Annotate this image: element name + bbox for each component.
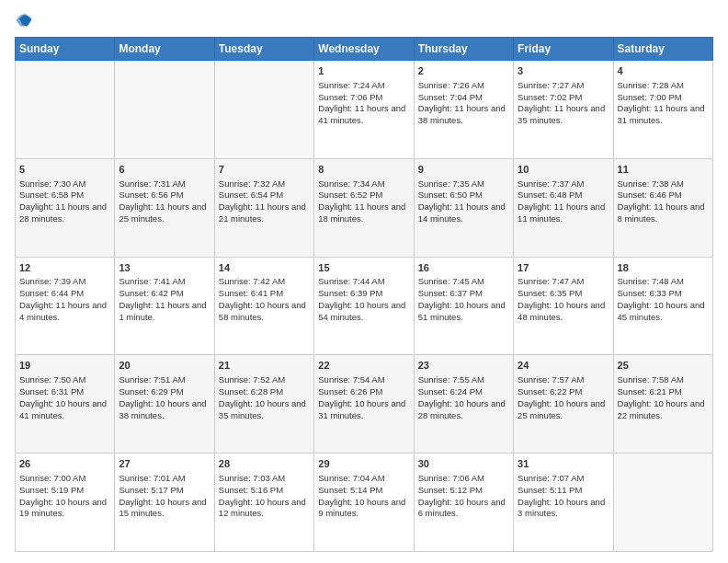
day-number: 10 (518, 163, 609, 177)
day-number: 4 (618, 64, 709, 78)
day-info-line: Daylight: 11 hours and 14 minutes. (418, 201, 509, 225)
day-info-line: Sunrise: 7:07 AM (518, 473, 609, 485)
day-info-line: Sunrise: 7:28 AM (618, 80, 709, 92)
day-info-line: Daylight: 11 hours and 25 minutes. (119, 201, 210, 225)
day-info-line: Sunset: 6:39 PM (318, 288, 409, 300)
day-number: 21 (219, 359, 310, 373)
calendar-week-row: 19Sunrise: 7:50 AMSunset: 6:31 PMDayligh… (16, 355, 713, 454)
calendar-cell: 16Sunrise: 7:45 AMSunset: 6:37 PMDayligh… (414, 257, 513, 355)
calendar-cell: 30Sunrise: 7:06 AMSunset: 5:12 PMDayligh… (414, 454, 513, 552)
calendar-cell: 1Sunrise: 7:24 AMSunset: 7:06 PMDaylight… (314, 61, 414, 159)
calendar-cell: 10Sunrise: 7:37 AMSunset: 6:48 PMDayligh… (514, 158, 613, 257)
day-number: 29 (318, 457, 409, 471)
day-info-line: Sunrise: 7:52 AM (219, 374, 310, 386)
day-number: 20 (119, 359, 210, 373)
day-info-line: Sunrise: 7:44 AM (318, 276, 409, 288)
day-info-line: Daylight: 11 hours and 28 minutes. (19, 201, 110, 225)
calendar-cell: 17Sunrise: 7:47 AMSunset: 6:35 PMDayligh… (514, 257, 613, 355)
day-number: 24 (518, 359, 609, 373)
day-info-line: Sunset: 6:37 PM (418, 288, 509, 300)
day-info-line: Sunrise: 7:45 AM (418, 276, 509, 288)
calendar-cell: 15Sunrise: 7:44 AMSunset: 6:39 PMDayligh… (314, 257, 414, 355)
day-number: 28 (219, 457, 310, 471)
day-info-line: Daylight: 10 hours and 58 minutes. (219, 300, 310, 324)
calendar-header-row: SundayMondayTuesdayWednesdayThursdayFrid… (16, 38, 713, 61)
day-info-line: Sunset: 6:42 PM (119, 288, 210, 300)
day-info-line: Sunset: 6:24 PM (418, 386, 509, 398)
day-info-line: Daylight: 10 hours and 22 minutes. (618, 398, 709, 422)
day-info-line: Sunrise: 7:55 AM (418, 374, 509, 386)
calendar-cell: 31Sunrise: 7:07 AMSunset: 5:11 PMDayligh… (514, 454, 613, 552)
logo (15, 11, 37, 29)
day-info-line: Daylight: 10 hours and 41 minutes. (19, 398, 110, 422)
day-info-line: Sunset: 5:16 PM (219, 485, 310, 497)
day-info-line: Sunset: 5:19 PM (19, 485, 110, 497)
day-number: 14 (219, 261, 310, 275)
calendar-cell: 2Sunrise: 7:26 AMSunset: 7:04 PMDaylight… (414, 61, 513, 159)
day-info-line: Sunset: 5:14 PM (318, 485, 409, 497)
day-info-line: Daylight: 11 hours and 18 minutes. (318, 201, 409, 225)
page-header (15, 11, 713, 29)
day-info-line: Daylight: 10 hours and 31 minutes. (318, 398, 409, 422)
day-info-line: Sunrise: 7:39 AM (19, 276, 110, 288)
day-info-line: Sunrise: 7:35 AM (418, 178, 509, 190)
calendar-week-row: 12Sunrise: 7:39 AMSunset: 6:44 PMDayligh… (16, 257, 713, 355)
col-header-sunday: Sunday (16, 38, 115, 61)
calendar-cell: 3Sunrise: 7:27 AMSunset: 7:02 PMDaylight… (514, 61, 613, 159)
day-number: 30 (418, 457, 509, 471)
day-info-line: Sunset: 6:22 PM (518, 386, 609, 398)
calendar-cell: 24Sunrise: 7:57 AMSunset: 6:22 PMDayligh… (514, 355, 613, 454)
logo-icon (15, 11, 33, 29)
calendar-cell: 14Sunrise: 7:42 AMSunset: 6:41 PMDayligh… (214, 257, 313, 355)
day-info-line: Daylight: 11 hours and 31 minutes. (618, 103, 709, 127)
day-info-line: Daylight: 10 hours and 45 minutes. (618, 300, 709, 324)
day-info-line: Daylight: 10 hours and 35 minutes. (219, 398, 310, 422)
day-number: 22 (318, 359, 409, 373)
day-info-line: Daylight: 11 hours and 35 minutes. (518, 103, 609, 127)
day-info-line: Sunset: 6:21 PM (618, 386, 709, 398)
day-number: 12 (19, 261, 110, 275)
day-info-line: Sunrise: 7:30 AM (19, 178, 110, 190)
day-info-line: Daylight: 11 hours and 21 minutes. (219, 201, 310, 225)
calendar-week-row: 26Sunrise: 7:00 AMSunset: 5:19 PMDayligh… (16, 454, 713, 552)
calendar-cell (613, 454, 712, 552)
day-info-line: Sunrise: 7:38 AM (618, 178, 709, 190)
day-info-line: Sunrise: 7:01 AM (119, 473, 210, 485)
day-info-line: Sunrise: 7:03 AM (219, 473, 310, 485)
day-number: 31 (518, 457, 609, 471)
day-info-line: Sunset: 7:02 PM (518, 92, 609, 104)
day-info-line: Daylight: 10 hours and 3 minutes. (518, 497, 609, 521)
day-info-line: Sunrise: 7:34 AM (318, 178, 409, 190)
day-info-line: Daylight: 11 hours and 1 minute. (119, 300, 210, 324)
day-info-line: Sunset: 6:26 PM (318, 386, 409, 398)
day-info-line: Sunrise: 7:54 AM (318, 374, 409, 386)
day-info-line: Daylight: 10 hours and 48 minutes. (518, 300, 609, 324)
calendar-cell (115, 61, 214, 159)
day-number: 5 (19, 163, 110, 177)
day-info-line: Daylight: 10 hours and 15 minutes. (119, 497, 210, 521)
day-info-line: Sunset: 6:28 PM (219, 386, 310, 398)
day-number: 7 (219, 163, 310, 177)
day-info-line: Sunrise: 7:58 AM (618, 374, 709, 386)
day-info-line: Sunrise: 7:00 AM (19, 473, 110, 485)
calendar-week-row: 1Sunrise: 7:24 AMSunset: 7:06 PMDaylight… (16, 61, 713, 159)
calendar-cell: 27Sunrise: 7:01 AMSunset: 5:17 PMDayligh… (115, 454, 214, 552)
col-header-saturday: Saturday (613, 38, 712, 61)
calendar-cell: 18Sunrise: 7:48 AMSunset: 6:33 PMDayligh… (613, 257, 712, 355)
calendar-cell: 28Sunrise: 7:03 AMSunset: 5:16 PMDayligh… (214, 454, 313, 552)
day-info-line: Daylight: 10 hours and 19 minutes. (19, 497, 110, 521)
calendar-cell: 13Sunrise: 7:41 AMSunset: 6:42 PMDayligh… (115, 257, 214, 355)
day-info-line: Sunrise: 7:41 AM (119, 276, 210, 288)
calendar-cell: 4Sunrise: 7:28 AMSunset: 7:00 PMDaylight… (613, 61, 712, 159)
day-info-line: Daylight: 11 hours and 4 minutes. (19, 300, 110, 324)
calendar-table: SundayMondayTuesdayWednesdayThursdayFrid… (15, 37, 713, 552)
day-info-line: Sunset: 6:58 PM (19, 190, 110, 201)
day-info-line: Daylight: 10 hours and 38 minutes. (119, 398, 210, 422)
day-info-line: Sunset: 7:06 PM (318, 92, 409, 104)
day-info-line: Daylight: 11 hours and 8 minutes. (618, 201, 709, 225)
day-info-line: Sunrise: 7:26 AM (418, 80, 509, 92)
day-info-line: Sunset: 7:04 PM (418, 92, 509, 104)
day-info-line: Sunset: 6:50 PM (418, 190, 509, 201)
day-info-line: Sunrise: 7:47 AM (518, 276, 609, 288)
col-header-monday: Monday (115, 38, 214, 61)
